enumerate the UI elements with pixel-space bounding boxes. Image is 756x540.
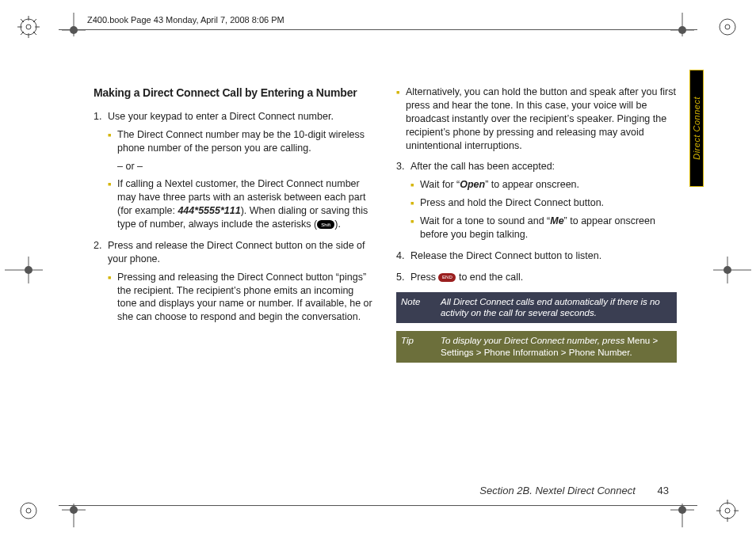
right-column: Alternatively, you can hold the button a… bbox=[396, 86, 677, 477]
page-body: Making a Direct Connect Call by Entering… bbox=[94, 86, 677, 477]
crop-mark-icon bbox=[5, 257, 43, 283]
step-1: 1. Use your keypad to enter a Direct Con… bbox=[94, 110, 374, 231]
side-tab-label: Direct Connect bbox=[692, 97, 701, 160]
svg-point-14 bbox=[720, 503, 735, 519]
registration-gear-icon bbox=[716, 16, 739, 40]
svg-point-9 bbox=[26, 25, 31, 29]
step-3: 3. After the call has been accepted: Wai… bbox=[396, 160, 677, 241]
step-2: 2. Press and release the Direct Connect … bbox=[94, 239, 374, 324]
svg-point-34 bbox=[25, 266, 32, 274]
svg-point-12 bbox=[21, 503, 36, 519]
sub-bullet: Alternatively, you can hold the button a… bbox=[396, 86, 677, 152]
step-number: 5. bbox=[396, 271, 404, 284]
registration-gear-icon bbox=[17, 16, 40, 40]
shift-key-icon bbox=[317, 220, 334, 229]
note-body: All Direct Connect calls end automatical… bbox=[434, 292, 677, 324]
svg-point-28 bbox=[70, 506, 78, 514]
crop-mark-icon bbox=[62, 13, 86, 36]
svg-point-10 bbox=[720, 19, 735, 35]
step-text: to end the call. bbox=[456, 272, 523, 283]
step-text: Release the Direct Connect button to lis… bbox=[410, 250, 601, 261]
footer-section: Section 2B. Nextel Direct Connect bbox=[479, 485, 636, 496]
step-number: 4. bbox=[396, 249, 404, 263]
step-number: 3. bbox=[396, 160, 404, 173]
step-text: Press bbox=[410, 272, 438, 283]
page-header-text: Z400.book Page 43 Monday, April 7, 2008 … bbox=[87, 15, 284, 25]
step-text: After the call has been accepted: bbox=[410, 161, 555, 172]
step-number: 1. bbox=[94, 110, 101, 124]
svg-point-13 bbox=[26, 508, 31, 513]
sub-bullet: Wait for “Open” to appear onscreen. bbox=[410, 178, 677, 192]
registration-gear-icon bbox=[716, 500, 739, 524]
page-footer: Section 2B. Nextel Direct Connect 43 bbox=[479, 485, 669, 496]
step-5: 5. Press to end the call. bbox=[396, 271, 677, 284]
crop-mark-icon bbox=[62, 504, 86, 527]
footer-rule bbox=[59, 505, 697, 506]
tip-label: Tip bbox=[396, 331, 434, 363]
crop-mark-icon bbox=[670, 504, 694, 527]
tip-callout: Tip To display your Direct Connect numbe… bbox=[396, 331, 677, 363]
tip-body: To display your Direct Connect number, p… bbox=[434, 331, 677, 363]
sub-bullet: Wait for a tone to sound and “Me” to app… bbox=[410, 215, 677, 241]
svg-point-22 bbox=[70, 26, 78, 34]
sub-bullet: Press and hold the Direct Connect button… bbox=[410, 196, 677, 210]
end-key-icon bbox=[438, 273, 456, 282]
sub-bullet: If calling a Nextel customer, the Direct… bbox=[108, 177, 374, 231]
sub-bullet: Pressing and releasing the Direct Connec… bbox=[108, 271, 374, 325]
svg-point-11 bbox=[725, 25, 730, 29]
footer-page-number: 43 bbox=[658, 485, 669, 496]
step-text: Use your keypad to enter a Direct Connec… bbox=[108, 111, 334, 122]
section-side-tab: Direct Connect bbox=[689, 70, 704, 187]
left-column: Making a Direct Connect Call by Entering… bbox=[94, 86, 374, 477]
step-4: 4. Release the Direct Connect button to … bbox=[396, 249, 677, 263]
step-text: Press and release the Direct Connect but… bbox=[108, 240, 365, 264]
crop-mark-icon bbox=[713, 257, 751, 283]
note-label: Note bbox=[396, 292, 434, 324]
crop-mark-icon bbox=[670, 13, 694, 36]
section-heading: Making a Direct Connect Call by Entering… bbox=[94, 86, 374, 101]
note-callout: Note All Direct Connect calls end automa… bbox=[396, 292, 677, 324]
svg-point-19 bbox=[725, 508, 730, 513]
header-rule bbox=[59, 29, 697, 30]
sub-bullet: The Direct Connect number may be the 10-… bbox=[108, 128, 374, 155]
step-number: 2. bbox=[94, 239, 101, 253]
or-separator: – or – bbox=[108, 160, 374, 173]
registration-gear-icon bbox=[17, 500, 40, 524]
svg-point-37 bbox=[724, 266, 731, 274]
svg-point-31 bbox=[678, 506, 686, 514]
svg-point-25 bbox=[678, 26, 686, 34]
